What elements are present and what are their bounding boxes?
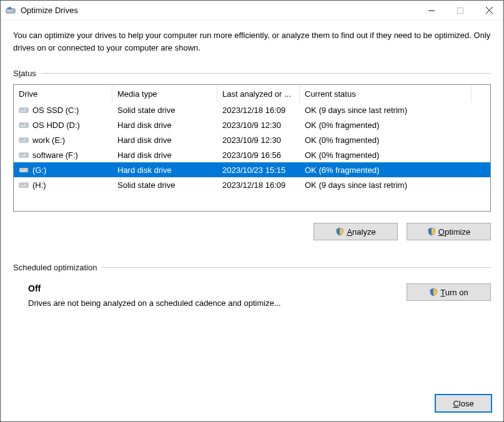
cell-drive: work (E:) xyxy=(14,135,112,145)
cell-drive: OS HDD (D:) xyxy=(14,120,112,130)
col-last[interactable]: Last analyzed or ... xyxy=(217,85,300,102)
table-row[interactable]: OS HDD (D:) Hard disk drive 2023/10/9 12… xyxy=(14,117,490,132)
cell-status: OK (6% fragmented) xyxy=(300,165,472,175)
svg-rect-23 xyxy=(21,184,24,185)
drive-name: software (F:) xyxy=(32,150,78,160)
cell-media: Solid state drive xyxy=(112,180,217,190)
scheduled-label-text: Scheduled optimization xyxy=(13,263,97,272)
minimize-button[interactable] xyxy=(417,1,446,20)
cell-status: OK (0% fragmented) xyxy=(300,120,472,130)
cell-last: 2023/10/9 12:30 xyxy=(217,120,300,130)
maximize-button xyxy=(446,1,475,20)
cell-media: Solid state drive xyxy=(112,106,217,115)
col-drive[interactable]: Drive xyxy=(14,85,112,102)
cell-status: OK (9 days since last retrim) xyxy=(300,106,472,115)
drive-name: (H:) xyxy=(32,180,46,190)
cell-media: Hard disk drive xyxy=(112,120,217,130)
drive-icon xyxy=(19,180,29,189)
optimize-label: Optimize xyxy=(438,227,470,237)
window-title: Optimize Drives xyxy=(21,6,417,15)
app-icon xyxy=(6,6,16,16)
cell-drive: (G:) xyxy=(14,165,112,175)
svg-rect-11 xyxy=(21,124,24,125)
turn-on-button[interactable]: Turn on xyxy=(407,283,491,301)
cell-status: OK (9 days since last retrim) xyxy=(300,180,472,190)
table-row[interactable]: (G:) Hard disk drive 2023/10/23 15:15 OK… xyxy=(14,162,490,177)
table-row[interactable]: (H:) Solid state drive 2023/12/18 16:09 … xyxy=(14,177,490,192)
analyze-label: Analyze xyxy=(347,227,375,237)
scheduled-status: Off xyxy=(28,283,394,293)
cell-status: OK (0% fragmented) xyxy=(300,135,472,145)
cell-last: 2023/10/9 12:30 xyxy=(217,135,300,145)
col-status[interactable]: Current status xyxy=(300,85,472,102)
close-button[interactable]: Close xyxy=(435,395,492,412)
close-window-button[interactable] xyxy=(475,1,503,20)
cell-last: 2023/12/18 16:09 xyxy=(217,180,300,190)
analyze-button[interactable]: Analyze xyxy=(314,223,398,240)
cell-last: 2023/12/18 16:09 xyxy=(217,106,300,115)
svg-point-13 xyxy=(26,140,27,141)
drive-icon xyxy=(19,165,29,174)
svg-rect-17 xyxy=(21,154,24,155)
drive-name: OS HDD (D:) xyxy=(32,120,80,130)
svg-point-19 xyxy=(26,170,27,171)
drive-icon xyxy=(19,150,29,159)
turn-on-label: Turn on xyxy=(440,288,468,297)
close-label: Close xyxy=(453,399,473,408)
col-media[interactable]: Media type xyxy=(112,85,217,102)
svg-rect-8 xyxy=(21,109,24,110)
table-row[interactable]: OS SSD (C:) Solid state drive 2023/12/18… xyxy=(14,102,490,117)
cell-drive: OS SSD (C:) xyxy=(14,106,112,115)
svg-rect-20 xyxy=(21,169,24,170)
cell-drive: (H:) xyxy=(14,180,112,190)
intro-text: You can optimize your drives to help you… xyxy=(13,29,491,54)
table-row[interactable]: work (E:) Hard disk drive 2023/10/9 12:3… xyxy=(14,132,490,147)
cell-drive: software (F:) xyxy=(14,150,112,160)
cell-media: Hard disk drive xyxy=(112,165,217,175)
cell-status: OK (0% fragmented) xyxy=(300,150,472,160)
shield-icon xyxy=(335,227,344,236)
window-controls xyxy=(417,1,503,20)
drive-name: OS SSD (C:) xyxy=(32,106,79,115)
table-body: OS SSD (C:) Solid state drive 2023/12/18… xyxy=(14,102,490,192)
cell-last: 2023/10/9 16:56 xyxy=(217,150,300,160)
svg-point-22 xyxy=(26,185,27,186)
shield-icon xyxy=(427,227,436,236)
col-spacer xyxy=(472,85,490,102)
cell-media: Hard disk drive xyxy=(112,150,217,160)
cell-last: 2023/10/23 15:15 xyxy=(217,165,300,175)
drive-name: work (E:) xyxy=(32,135,65,145)
svg-point-7 xyxy=(26,110,27,111)
drive-name: (G:) xyxy=(32,165,46,175)
status-label-text: Status xyxy=(13,69,36,78)
table-row[interactable]: software (F:) Hard disk drive 2023/10/9 … xyxy=(14,147,490,162)
svg-point-10 xyxy=(26,125,27,126)
titlebar: Optimize Drives xyxy=(1,1,503,21)
svg-rect-3 xyxy=(458,7,463,13)
scheduled-description: Drives are not being analyzed on a sched… xyxy=(28,298,394,308)
svg-point-1 xyxy=(12,10,14,11)
drive-icon xyxy=(19,120,29,129)
svg-rect-14 xyxy=(21,139,24,140)
shield-icon xyxy=(429,288,438,297)
table-header: Drive Media type Last analyzed or ... Cu… xyxy=(14,85,490,102)
cell-media: Hard disk drive xyxy=(112,135,217,145)
scheduled-section-label: Scheduled optimization xyxy=(13,263,491,272)
svg-point-16 xyxy=(26,155,27,156)
drive-icon xyxy=(19,135,29,144)
drive-table[interactable]: Drive Media type Last analyzed or ... Cu… xyxy=(13,84,491,212)
status-section-label: Status xyxy=(13,69,491,78)
optimize-button[interactable]: Optimize xyxy=(407,223,491,240)
drive-icon xyxy=(19,106,29,114)
